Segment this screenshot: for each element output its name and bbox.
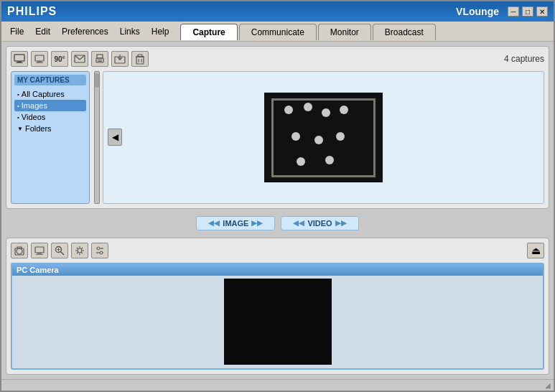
menu-preferences[interactable]: Preferences bbox=[56, 24, 114, 39]
zoom-btn[interactable] bbox=[51, 243, 68, 258]
image-tab-btn[interactable]: ◀◀ IMAGE ▶▶ bbox=[196, 216, 275, 230]
sidebar-folders[interactable]: ▼ Folders bbox=[14, 123, 86, 134]
menu-file[interactable]: File bbox=[4, 24, 29, 39]
menu-edit[interactable]: Edit bbox=[29, 24, 56, 39]
svg-point-29 bbox=[97, 247, 100, 250]
top-toolbar: 90° 4 captures bbox=[11, 51, 544, 67]
settings-btn[interactable] bbox=[71, 243, 88, 258]
captures-sidebar: MY CAPTURES • All Captures • Images • Vi… bbox=[11, 71, 90, 204]
svg-rect-3 bbox=[35, 55, 44, 61]
camera-btn[interactable] bbox=[11, 243, 28, 258]
svg-rect-5 bbox=[36, 62, 43, 63]
svg-rect-4 bbox=[37, 61, 42, 62]
dice-image bbox=[264, 93, 383, 182]
delete-btn[interactable] bbox=[131, 51, 149, 67]
bottom-panel: ⏏ PC Camera bbox=[6, 238, 549, 375]
captures-count: 4 captures bbox=[504, 54, 544, 64]
sidebar-all-captures[interactable]: • All Captures bbox=[14, 88, 86, 100]
prev-arrow-btn[interactable]: ◀ bbox=[108, 129, 122, 146]
tab-area: Capture Communicate Monitor Broadcast bbox=[180, 23, 437, 39]
close-button[interactable]: ✕ bbox=[536, 6, 548, 17]
svg-rect-12 bbox=[136, 57, 144, 64]
monitor-icon-btn[interactable] bbox=[11, 51, 28, 67]
main-content: 90° 4 captures MY CAPTUR bbox=[1, 42, 554, 379]
svg-rect-20 bbox=[37, 253, 42, 254]
eject-btn[interactable]: ⏏ bbox=[527, 243, 544, 258]
svg-rect-21 bbox=[36, 254, 43, 255]
svg-rect-19 bbox=[35, 247, 44, 253]
svg-line-23 bbox=[61, 251, 65, 255]
rotate-btn[interactable]: 90° bbox=[51, 51, 68, 67]
camera-preview bbox=[224, 279, 332, 365]
top-panel: 90° 4 captures MY CAPTUR bbox=[6, 46, 549, 209]
sidebar-videos[interactable]: • Videos bbox=[14, 111, 86, 123]
pc-camera-area: PC Camera bbox=[11, 263, 544, 370]
svg-rect-2 bbox=[16, 62, 23, 63]
bottom-toolbar: ⏏ bbox=[11, 243, 544, 258]
image-display-area: ◀ bbox=[103, 71, 544, 204]
title-bar-left: PHILIPS bbox=[7, 5, 57, 18]
vlounge-title: VLounge bbox=[456, 6, 499, 17]
svg-rect-8 bbox=[97, 55, 103, 58]
monitor-small-btn[interactable] bbox=[31, 51, 48, 67]
menu-help[interactable]: Help bbox=[146, 24, 175, 39]
philips-logo: PHILIPS bbox=[7, 5, 57, 18]
scroll-thumb bbox=[95, 73, 99, 88]
tab-monitor[interactable]: Monitor bbox=[318, 24, 371, 40]
svg-rect-9 bbox=[98, 60, 102, 60]
minimize-button[interactable]: ─ bbox=[508, 6, 519, 17]
pc-camera-view bbox=[12, 276, 543, 368]
print-btn[interactable] bbox=[91, 51, 108, 67]
sidebar-images[interactable]: • Images bbox=[14, 100, 86, 111]
resize-grip[interactable]: ◢ bbox=[545, 381, 551, 389]
tab-communicate[interactable]: Communicate bbox=[239, 24, 317, 40]
svg-rect-14 bbox=[138, 55, 142, 57]
pc-camera-title: PC Camera bbox=[12, 264, 543, 276]
export-btn[interactable] bbox=[111, 51, 129, 67]
adjust-btn[interactable] bbox=[91, 243, 108, 258]
svg-point-30 bbox=[100, 251, 103, 254]
bottom-tabs: ◀◀ IMAGE ▶▶ ◀◀ VIDEO ▶▶ bbox=[6, 213, 549, 233]
svg-point-26 bbox=[78, 248, 82, 253]
tab-capture[interactable]: Capture bbox=[180, 24, 237, 40]
email-btn[interactable] bbox=[71, 51, 88, 67]
svg-rect-1 bbox=[17, 61, 22, 62]
sidebar-scrollbar[interactable] bbox=[94, 71, 100, 204]
svg-point-17 bbox=[17, 248, 22, 254]
maximize-button[interactable]: □ bbox=[522, 6, 533, 17]
video-tab-btn[interactable]: ◀◀ VIDEO ▶▶ bbox=[281, 216, 358, 230]
svg-rect-0 bbox=[14, 55, 24, 61]
title-bar: PHILIPS VLounge ─ □ ✕ bbox=[1, 1, 554, 22]
sidebar-title: MY CAPTURES bbox=[14, 75, 86, 85]
capture-image bbox=[264, 93, 383, 182]
display-btn[interactable] bbox=[31, 243, 48, 258]
tab-broadcast[interactable]: Broadcast bbox=[373, 24, 436, 40]
panel-body: MY CAPTURES • All Captures • Images • Vi… bbox=[11, 71, 544, 204]
menu-bar: File Edit Preferences Links Help Capture… bbox=[1, 22, 554, 42]
title-bar-right: VLounge ─ □ ✕ bbox=[456, 6, 548, 17]
menu-links[interactable]: Links bbox=[114, 24, 146, 39]
svg-rect-10 bbox=[98, 61, 102, 62]
status-bar: ◢ bbox=[1, 379, 554, 391]
app-window: PHILIPS VLounge ─ □ ✕ File Edit Preferen… bbox=[0, 0, 555, 392]
